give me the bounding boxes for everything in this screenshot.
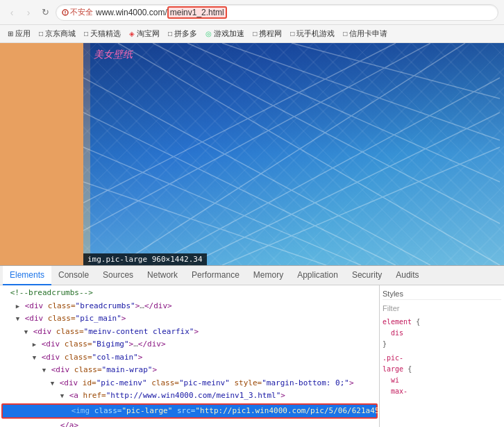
address-text: www.win4000.com/meinv1_2.html (96, 8, 492, 17)
jd-icon: □ (39, 30, 43, 37)
image-title: 美女壁纸 (94, 49, 133, 61)
tab-elements[interactable]: Elements (3, 266, 51, 285)
insecure-label: 不安全 (62, 7, 93, 17)
svg-line-15 (118, 43, 465, 265)
ctrip-icon: □ (253, 30, 257, 37)
tab-audits[interactable]: Audits (389, 266, 426, 285)
dom-line-anchor[interactable]: ▼ <a href="http://www.win4000.com/meinv1… (0, 390, 379, 403)
svg-line-4 (153, 43, 500, 224)
dom-line-bigimg[interactable]: ▶ <div class="Bigimg">…</div> (0, 338, 379, 351)
bookmark-tmall[interactable]: □ 天猫精选 (81, 27, 124, 40)
dom-line-img[interactable]: <img class="pic-large" src="http://pic1.… (3, 405, 376, 418)
filter-text[interactable]: Filter (383, 303, 501, 314)
address-bar[interactable]: 不安全 www.win4000.com/meinv1_2.html (56, 4, 498, 21)
styles-title: Styles (383, 288, 501, 300)
dom-line-main-wrap[interactable]: ▼ <div class="main-wrap"> (0, 364, 379, 377)
styles-code: element { dis } .pic- large { wi max- (383, 317, 501, 397)
dom-line-pic-main[interactable]: ▼ <div class="pic_main"> (0, 312, 379, 326)
bookmark-jd[interactable]: □ 京东商城 (35, 27, 79, 40)
reload-button[interactable]: ↻ (39, 6, 51, 19)
credit-icon: □ (343, 30, 347, 37)
tab-memory[interactable]: Memory (246, 266, 290, 285)
dom-line-pic-meinv[interactable]: ▼ <div id="pic-meinv" class="pic-meinv" … (0, 377, 379, 390)
bookmark-credit[interactable]: □ 信用卡申请 (339, 27, 391, 40)
devtools-tabs: Elements Console Sources Network Perform… (0, 266, 504, 285)
svg-line-7 (83, 112, 396, 265)
svg-line-10 (83, 182, 326, 265)
dom-tree[interactable]: <!--breadcrumbs--> ▶ <div class="breadcr… (0, 285, 379, 427)
dom-line-meinv-content[interactable]: ▼ <div class="meinv-content clearfix"> (0, 326, 379, 339)
tab-security[interactable]: Security (345, 266, 389, 285)
bookmark-ctrip[interactable]: □ 携程网 (249, 27, 285, 40)
element-label: img.pic-large 960×1442.34 (83, 253, 207, 265)
svg-line-8 (222, 43, 500, 140)
bookmark-mobile[interactable]: □ 玩手机游戏 (287, 27, 338, 40)
lock-icon (62, 9, 69, 16)
page-image (83, 43, 504, 265)
svg-line-3 (118, 43, 500, 265)
svg-line-11 (292, 43, 500, 99)
svg-line-9 (83, 147, 361, 265)
pinduoduo-icon: □ (168, 30, 172, 37)
orange-sidebar (0, 43, 90, 265)
tab-console[interactable]: Console (51, 266, 96, 285)
browser-toolbar: ‹ › ↻ 不安全 www.win4000.com/meinv1_2.html (0, 0, 504, 25)
lattice-svg (83, 43, 504, 265)
svg-line-13 (187, 112, 500, 265)
bookmark-pinduoduo[interactable]: □ 拼多多 (165, 27, 201, 40)
svg-line-16 (83, 43, 430, 231)
tab-network[interactable]: Network (140, 266, 185, 285)
dom-line-col-main[interactable]: ▼ <div class="col-main"> (0, 351, 379, 365)
back-button[interactable]: ‹ (6, 6, 18, 19)
taobao-icon: ◈ (129, 30, 135, 37)
page-content: 美女壁纸 img.pic-large 960×1442.34 (0, 43, 504, 265)
devtools-body: <!--breadcrumbs--> ▶ <div class="breadcr… (0, 285, 504, 427)
dom-line-anchor-close[interactable]: </a> (0, 419, 379, 427)
styles-sidebar: Styles Filter element { dis } .pic- larg… (379, 285, 504, 427)
svg-point-2 (65, 13, 65, 14)
bookmarks-bar: ⊞ 应用 □ 京东商城 □ 天猫精选 ◈ 淘宝网 □ 拼多多 ◎ 游戏加速 □ … (0, 25, 504, 43)
bookmark-taobao[interactable]: ◈ 淘宝网 (126, 27, 163, 40)
svg-line-14 (222, 147, 500, 265)
tab-performance[interactable]: Performance (185, 266, 246, 285)
bookmark-apps[interactable]: ⊞ 应用 (4, 27, 34, 40)
bookmark-game[interactable]: ◎ 游戏加速 (202, 27, 248, 40)
tmall-icon: □ (84, 30, 88, 37)
svg-line-17 (83, 43, 396, 203)
svg-line-5 (187, 43, 500, 182)
apps-icon: ⊞ (8, 30, 13, 37)
devtools-panel: Elements Console Sources Network Perform… (0, 265, 504, 427)
dom-line-breadcrumbs[interactable]: ▶ <div class="breadcrumbs">…</div> (0, 300, 379, 313)
tab-sources[interactable]: Sources (96, 266, 140, 285)
forward-button[interactable]: › (22, 6, 35, 19)
selected-img-container: <img class="pic-large" src="http://pic1.… (1, 403, 378, 419)
tab-application[interactable]: Application (290, 266, 345, 285)
dom-line-comment[interactable]: <!--breadcrumbs--> (0, 287, 379, 300)
mobile-icon: □ (290, 30, 294, 37)
game-icon: ◎ (205, 30, 212, 37)
url-highlight: meinv1_2.html (167, 6, 227, 19)
